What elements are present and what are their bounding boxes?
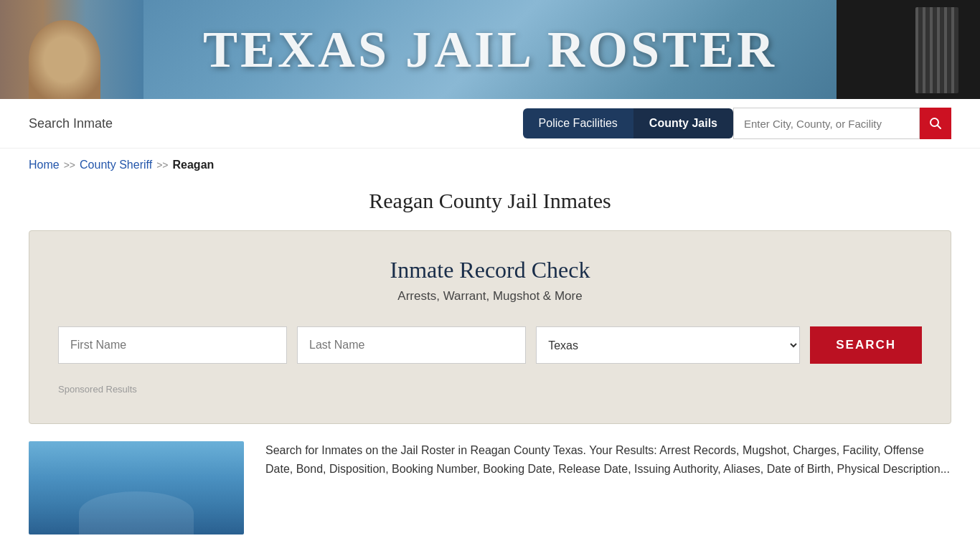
- page-title: Reagan County Jail Inmates: [0, 189, 980, 213]
- header-banner: Texas Jail Roster: [0, 0, 980, 99]
- record-check-box: Inmate Record Check Arrests, Warrant, Mu…: [29, 230, 951, 424]
- record-check-subtitle: Arrests, Warrant, Mugshot & More: [58, 289, 922, 303]
- facility-search-input[interactable]: [733, 108, 920, 139]
- breadcrumb-home[interactable]: Home: [29, 159, 60, 171]
- svg-line-1: [938, 126, 941, 129]
- breadcrumb-sep-2: >>: [156, 159, 168, 171]
- header-right-image: [837, 0, 980, 99]
- facility-search-button[interactable]: [920, 108, 951, 139]
- police-facilities-button[interactable]: Police Facilities: [523, 108, 633, 138]
- first-name-input[interactable]: [58, 326, 287, 364]
- county-jails-button[interactable]: County Jails: [633, 108, 733, 138]
- bottom-image: [29, 441, 244, 534]
- last-name-input[interactable]: [297, 326, 526, 364]
- breadcrumb-sep-1: >>: [64, 159, 75, 171]
- search-icon: [929, 117, 942, 130]
- sponsored-label: Sponsored Results: [58, 384, 922, 395]
- record-check-form: AlabamaAlaskaArizonaArkansasCaliforniaCo…: [58, 326, 922, 364]
- site-title: Texas Jail Roster: [203, 20, 777, 80]
- record-search-button[interactable]: SEARCH: [810, 326, 922, 364]
- breadcrumb-current: Reagan: [173, 159, 215, 171]
- state-select[interactable]: AlabamaAlaskaArizonaArkansasCaliforniaCo…: [536, 326, 800, 364]
- nav-bar: Search Inmate Police Facilities County J…: [0, 99, 980, 149]
- record-check-title: Inmate Record Check: [58, 257, 922, 283]
- search-inmate-label: Search Inmate: [29, 116, 113, 131]
- header-left-image: [0, 0, 143, 99]
- breadcrumb: Home >> County Sheriff >> Reagan: [0, 149, 980, 182]
- nav-right: Police Facilities County Jails: [523, 108, 951, 139]
- bottom-section: Search for Inmates on the Jail Roster in…: [0, 424, 980, 551]
- breadcrumb-county-sheriff[interactable]: County Sheriff: [80, 159, 152, 171]
- bottom-description: Search for Inmates on the Jail Roster in…: [265, 441, 951, 478]
